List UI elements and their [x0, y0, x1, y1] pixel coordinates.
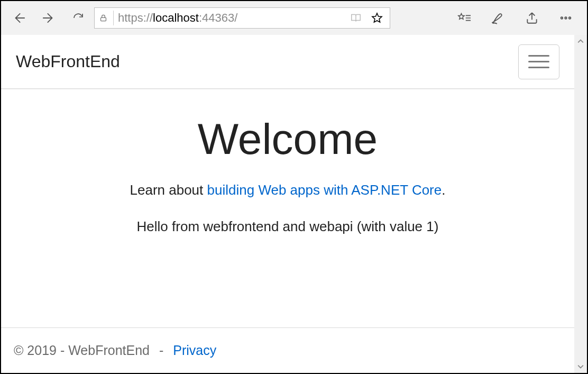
favorite-button[interactable] — [369, 10, 385, 26]
learn-link[interactable]: building Web apps with ASP.NET Core — [207, 182, 442, 198]
lead-prefix: Learn about — [130, 182, 207, 198]
url-text[interactable]: https://localhost:44363/ — [118, 11, 343, 25]
address-bar[interactable]: https://localhost:44363/ — [94, 7, 390, 29]
refresh-icon — [72, 12, 85, 24]
copyright-text: © 2019 - WebFrontEnd — [14, 343, 150, 358]
pen-icon — [491, 11, 505, 25]
api-message: Hello from webfrontend and webapi (with … — [1, 218, 574, 235]
lead-text: Learn about building Web apps with ASP.N… — [1, 182, 574, 198]
site-security-button[interactable] — [99, 11, 114, 25]
privacy-link[interactable]: Privacy — [173, 343, 216, 358]
url-host: localhost — [153, 11, 199, 24]
book-icon — [350, 12, 362, 24]
brand-link[interactable]: WebFrontEnd — [16, 52, 120, 71]
arrow-right-icon — [42, 11, 56, 25]
hamburger-icon — [528, 55, 549, 57]
reading-view-button[interactable] — [347, 10, 364, 26]
favorites-list-button[interactable] — [447, 1, 481, 35]
viewport: WebFrontEnd Welcome Learn about building… — [1, 35, 587, 373]
site-navbar: WebFrontEnd — [1, 35, 574, 89]
svg-rect-0 — [101, 17, 106, 21]
ellipsis-icon — [559, 11, 573, 25]
forward-button[interactable] — [35, 1, 62, 35]
arrow-left-icon — [12, 11, 26, 25]
scroll-down-button[interactable] — [574, 360, 587, 373]
footer-separator: - — [159, 343, 163, 358]
scrollbar[interactable] — [574, 35, 587, 373]
chevron-up-icon — [577, 38, 584, 44]
svg-point-1 — [561, 17, 563, 19]
svg-point-2 — [565, 17, 566, 19]
more-button[interactable] — [549, 1, 583, 35]
star-icon — [371, 12, 383, 24]
scroll-up-button[interactable] — [574, 35, 587, 48]
site-footer: © 2019 - WebFrontEnd - Privacy — [1, 327, 574, 373]
notes-button[interactable] — [481, 1, 515, 35]
lead-suffix: . — [442, 182, 445, 198]
hero-section: Welcome Learn about building Web apps wi… — [1, 89, 574, 327]
url-scheme: https:// — [118, 11, 153, 24]
svg-point-3 — [569, 17, 571, 19]
page-content: WebFrontEnd Welcome Learn about building… — [1, 35, 574, 373]
lock-icon — [99, 13, 108, 23]
page-title: Welcome — [1, 114, 574, 164]
chevron-down-icon — [577, 363, 584, 370]
star-list-icon — [457, 12, 471, 24]
url-port: :44363 — [199, 11, 234, 24]
back-button[interactable] — [5, 1, 33, 35]
nav-toggle-button[interactable] — [518, 44, 559, 79]
share-icon — [525, 11, 539, 25]
refresh-button[interactable] — [65, 1, 92, 35]
share-button[interactable] — [515, 1, 549, 35]
url-path: / — [234, 11, 237, 24]
browser-toolbar: https://localhost:44363/ — [1, 1, 587, 35]
